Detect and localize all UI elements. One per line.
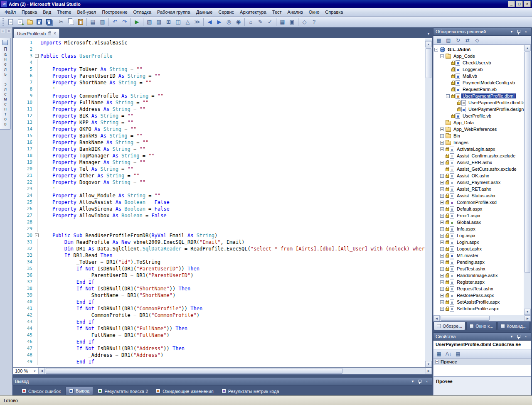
navigate-forward-icon[interactable]: ▶ — [214, 17, 224, 27]
expand-toggle-icon[interactable]: + — [440, 174, 444, 178]
menu-item[interactable]: Построение — [99, 8, 130, 16]
copy-website-icon[interactable]: ⇄ — [463, 37, 472, 44]
start-debug-icon[interactable]: ▶ — [132, 17, 142, 27]
pin-icon[interactable] — [417, 379, 422, 384]
pin-icon[interactable] — [516, 29, 521, 34]
categorized-icon[interactable]: ▦ — [435, 350, 443, 358]
tree-item[interactable]: +RandomImage.ashx — [433, 272, 524, 279]
close-button[interactable]: × — [524, 1, 531, 7]
redo-icon[interactable]: ↷ — [120, 17, 129, 27]
menu-item[interactable]: Архитектура — [237, 8, 269, 16]
tab-find-results[interactable]: Результаты поиска 2 — [94, 387, 151, 395]
tree-item[interactable]: +Login.aspx — [433, 239, 524, 245]
properties-category-row[interactable]: - Прочее — [433, 358, 531, 365]
tab-command-window[interactable]: Команд... — [498, 322, 530, 330]
tree-item[interactable]: +Info.aspx — [433, 226, 524, 232]
window-position-icon[interactable]: ▼ — [410, 380, 416, 383]
expand-toggle-icon[interactable]: + — [440, 294, 444, 297]
tree-item[interactable]: +ActivateLogin.aspx — [433, 146, 524, 152]
expand-toggle-icon[interactable]: + — [440, 300, 444, 304]
scroll-track[interactable] — [45, 368, 426, 374]
toolbar-grip[interactable] — [2, 18, 4, 26]
expand-toggle-icon[interactable]: + — [440, 147, 444, 151]
property-pages-icon[interactable]: ▤ — [454, 350, 462, 358]
tree-item[interactable]: +SetAssistProfile.aspx — [433, 299, 524, 305]
properties-icon[interactable]: ▩ — [435, 37, 443, 44]
tree-item[interactable]: +Logout.ashx — [433, 245, 524, 252]
menu-item[interactable]: Вид — [40, 8, 54, 16]
tree-item[interactable]: +RestorePass.aspx — [433, 292, 524, 299]
menu-item[interactable]: Отладка — [131, 8, 154, 16]
command-window-icon[interactable]: ≫ — [192, 17, 202, 27]
menu-item[interactable]: Анализ — [285, 8, 306, 16]
tree-item[interactable]: +SetInboxProfile.aspx — [433, 305, 524, 312]
scroll-right-icon[interactable]: ▶ — [525, 315, 531, 321]
split-handle[interactable] — [425, 38, 432, 41]
alphabetical-icon[interactable]: А↓ — [444, 350, 453, 358]
expand-toggle-icon[interactable]: + — [440, 307, 444, 311]
expand-toggle-icon[interactable]: - — [434, 48, 438, 52]
menu-item[interactable]: Тест — [269, 8, 285, 16]
navigate-back-icon[interactable]: ◀ — [205, 17, 214, 27]
tree-item[interactable]: -App_Code — [433, 53, 524, 59]
close-icon[interactable]: × — [523, 30, 529, 34]
collapse-icon[interactable]: - — [435, 360, 439, 363]
tree-item[interactable]: Mail.vb — [433, 73, 524, 79]
close-tab-icon[interactable]: × — [54, 31, 56, 36]
tree-item[interactable]: +Log.aspx — [433, 232, 524, 239]
menu-item[interactable]: Веб-узел — [74, 8, 99, 16]
extensions-icon[interactable]: ◇ — [300, 17, 309, 27]
scroll-up-icon[interactable]: ▲ — [524, 45, 531, 51]
menu-item[interactable]: Сервис — [215, 8, 237, 16]
find-in-files-icon[interactable]: ◉ — [234, 17, 243, 27]
close-icon[interactable]: × — [424, 380, 430, 383]
tree-item[interactable]: App_Data — [433, 119, 524, 126]
scroll-thumb[interactable] — [426, 48, 431, 78]
expand-toggle-icon[interactable]: + — [440, 234, 444, 238]
tree-item[interactable]: +Bin — [433, 133, 524, 139]
expand-toggle-icon[interactable]: - — [446, 94, 450, 98]
close-icon[interactable]: × — [523, 335, 529, 339]
scroll-thumb[interactable] — [525, 52, 530, 273]
tab-class-view[interactable]: Окно к... — [466, 322, 497, 330]
comment-icon[interactable]: ▤ — [88, 17, 98, 27]
tree-item[interactable]: +Pending.aspx — [433, 259, 524, 265]
close-icon[interactable]: × — [7, 29, 11, 33]
scroll-track[interactable] — [440, 315, 525, 321]
expand-toggle-icon[interactable]: + — [440, 287, 444, 291]
expand-toggle-icon[interactable]: + — [440, 227, 444, 231]
tree-item[interactable]: +Default.aspx — [433, 206, 524, 212]
tree-item[interactable]: +App_WebReferences — [433, 126, 524, 133]
tree-item[interactable]: +CommonProfile.xsd — [433, 199, 524, 206]
tree-item[interactable]: -UserPaymentProfile.dbml — [433, 93, 524, 99]
menu-item[interactable]: Файл — [2, 8, 19, 16]
minimize-button[interactable]: _ — [508, 1, 515, 7]
window-position-icon[interactable]: ▼ — [509, 30, 515, 34]
tab-output[interactable]: Вывод — [65, 387, 93, 395]
tree-item[interactable]: +Assist_ERR.ashx — [433, 159, 524, 166]
expand-toggle-icon[interactable]: + — [440, 241, 444, 244]
expand-toggle-icon[interactable]: + — [440, 221, 444, 224]
expand-toggle-icon[interactable]: + — [440, 141, 444, 145]
database-icon[interactable]: ▣ — [287, 17, 297, 27]
expand-toggle-icon[interactable]: + — [440, 207, 444, 211]
validate-icon[interactable]: ✓ — [265, 17, 275, 27]
properties-window-icon[interactable]: ▨ — [154, 17, 164, 27]
toolbox-tab[interactable]: Панель элементов — [0, 38, 11, 130]
tree-item[interactable]: -G:\...\Adm\ — [433, 46, 524, 53]
tree-item[interactable]: Logger.vb — [433, 66, 524, 73]
expand-toggle-icon[interactable]: + — [440, 187, 444, 191]
menu-item[interactable]: Правка — [19, 8, 40, 16]
undo-icon[interactable]: ↶ — [110, 17, 120, 27]
dock-icon[interactable]: ▪ — [1, 29, 5, 33]
scroll-track[interactable] — [425, 47, 432, 361]
menu-item[interactable]: Данные — [193, 8, 216, 16]
scroll-left-icon[interactable]: ◀ — [433, 315, 440, 321]
expand-toggle-icon[interactable]: + — [440, 194, 444, 198]
expand-toggle-icon[interactable]: + — [440, 267, 444, 271]
scroll-up-icon[interactable]: ▲ — [425, 41, 432, 47]
document-tab[interactable]: UserProfile.vb × — [14, 29, 59, 38]
tree-vertical-scrollbar[interactable]: ▲ ▼ — [524, 45, 531, 315]
scroll-thumb[interactable] — [46, 368, 342, 374]
expand-toggle-icon[interactable]: + — [440, 247, 444, 251]
